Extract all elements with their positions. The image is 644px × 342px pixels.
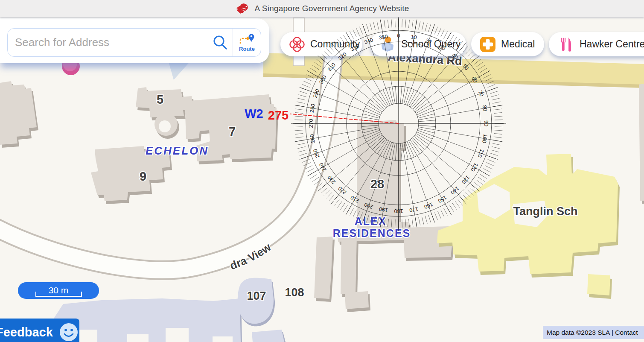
school-query-icon <box>379 36 396 53</box>
label-echelon: ECHELON <box>146 144 209 157</box>
building-label-5: 5 <box>157 93 163 106</box>
smiley-icon <box>59 322 79 342</box>
building-label-9: 9 <box>140 170 146 183</box>
gov-banner: A Singapore Government Agency Website <box>0 0 644 17</box>
search-button[interactable] <box>208 29 233 56</box>
route-button[interactable]: Route <box>233 29 261 56</box>
feedback-button[interactable]: Feedback <box>0 319 79 342</box>
building-label-107: 107 <box>247 289 266 302</box>
medical-label: Medical <box>501 38 535 50</box>
label-alex: ALEX <box>355 215 387 227</box>
building-label-7: 7 <box>229 125 236 138</box>
app-window: { "banner": { "title": "A Singapore Gove… <box>0 0 644 342</box>
search-icon <box>212 34 229 51</box>
scale-bar-bracket <box>18 282 99 299</box>
merlion-logo-icon <box>235 2 251 15</box>
community-button[interactable]: Community <box>280 32 362 56</box>
label-residences: RESIDENCES <box>333 227 411 239</box>
feedback-label: Feedback <box>0 325 53 339</box>
medical-button[interactable]: Medical <box>471 32 544 56</box>
school-query-button[interactable]: School Query <box>370 32 466 56</box>
hawker-centres-label: Hawker Centres <box>580 38 644 50</box>
route-label: Route <box>239 46 255 52</box>
search-box: Route <box>7 28 261 57</box>
school-query-label: School Query <box>401 38 460 50</box>
search-input[interactable] <box>8 36 208 49</box>
hawker-centres-button[interactable]: Hawker Centres <box>549 32 644 56</box>
scale-bar: 30 m <box>18 282 99 299</box>
hawker-centres-icon <box>557 36 574 53</box>
community-icon <box>289 36 305 53</box>
map-attribution[interactable]: Map data ©2023 SLA | Contact <box>543 326 644 339</box>
building-label-108: 108 <box>285 286 304 299</box>
banner-title: A Singapore Government Agency Website <box>255 4 409 13</box>
label-tanglin-sch: Tanglin Sch <box>513 205 577 218</box>
medical-icon <box>480 36 496 53</box>
search-panel: Route <box>0 18 269 63</box>
building-label-28: 28 <box>370 177 384 191</box>
route-icon <box>239 33 256 45</box>
community-label: Community <box>310 38 360 50</box>
